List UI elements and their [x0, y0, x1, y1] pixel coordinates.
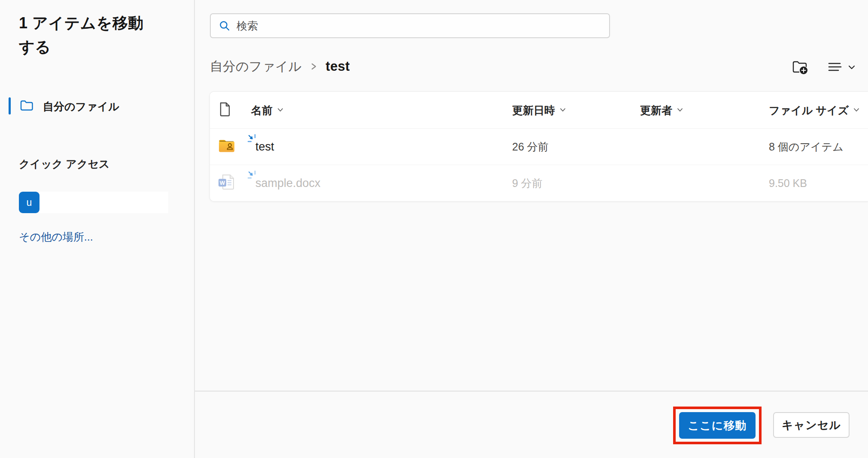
quick-access-heading: クイック アクセス — [19, 157, 110, 171]
dialog-title: 1 アイテムを移動する — [19, 11, 159, 59]
chevron-down-icon — [277, 108, 284, 113]
svg-text:W: W — [220, 180, 225, 186]
annotation-highlight-box: ここに移動 — [673, 407, 762, 444]
new-folder-button[interactable] — [792, 59, 810, 75]
more-places-link[interactable]: その他の場所... — [19, 230, 93, 244]
quick-access-item-row[interactable] — [39, 192, 168, 213]
chevron-down-icon — [559, 108, 566, 113]
footer-divider — [195, 391, 868, 392]
quick-access-avatar[interactable]: u — [19, 192, 39, 213]
toolbar — [792, 59, 856, 75]
cancel-button[interactable]: キャンセル — [773, 412, 850, 438]
breadcrumb-root[interactable]: 自分のファイル — [210, 58, 302, 75]
file-size: 9.50 KB — [769, 177, 807, 190]
sidebar-item-label: 自分のファイル — [43, 99, 119, 114]
table-header-row: 名前 更新日時 更新者 ファイル サイズ — [210, 92, 868, 128]
chevron-down-icon — [847, 64, 856, 70]
breadcrumb: 自分のファイル test — [210, 57, 350, 76]
main-panel: 自分のファイル test — [195, 0, 868, 458]
column-header-name[interactable]: 名前 — [251, 103, 284, 117]
file-modified: 26 分前 — [512, 140, 549, 154]
sort-lines-icon — [828, 61, 842, 74]
file-name: sample.docx — [255, 177, 321, 190]
file-modified: 9 分前 — [512, 176, 543, 190]
selection-indicator-bar — [9, 97, 11, 114]
move-items-dialog: 1 アイテムを移動する 自分のファイル クイック アクセス u その他の場所..… — [0, 0, 868, 458]
search-box[interactable] — [210, 13, 610, 38]
sidebar: 1 アイテムを移動する 自分のファイル クイック アクセス u その他の場所..… — [0, 0, 194, 458]
file-name: test — [255, 140, 274, 154]
move-here-button[interactable]: ここに移動 — [679, 412, 756, 439]
shared-folder-icon — [217, 137, 236, 156]
search-input[interactable] — [237, 20, 601, 32]
folder-icon — [20, 99, 33, 113]
chevron-down-icon — [677, 108, 683, 113]
breadcrumb-chevron-icon — [310, 61, 317, 72]
view-options-button[interactable] — [828, 61, 856, 74]
click-target-icon — [247, 170, 256, 181]
table-row-sample-docx: W sample.docx 9 分前 9.50 KB — [210, 165, 868, 201]
document-icon — [218, 101, 232, 119]
column-header-modified[interactable]: 更新日時 — [512, 103, 566, 117]
chevron-down-icon — [853, 108, 860, 113]
search-icon — [219, 20, 231, 32]
column-header-modified-by[interactable]: 更新者 — [640, 103, 683, 117]
file-size: 8 個のアイテム — [769, 140, 844, 154]
breadcrumb-current: test — [326, 59, 350, 74]
click-target-icon — [247, 133, 256, 145]
sidebar-item-my-files[interactable]: 自分のファイル — [0, 94, 194, 118]
table-row-folder-test[interactable]: test 26 分前 8 個のアイテム — [210, 128, 868, 165]
word-document-icon: W — [217, 173, 236, 193]
column-header-file-size[interactable]: ファイル サイズ — [769, 103, 860, 117]
file-list: 名前 更新日時 更新者 ファイル サイズ — [209, 91, 868, 202]
